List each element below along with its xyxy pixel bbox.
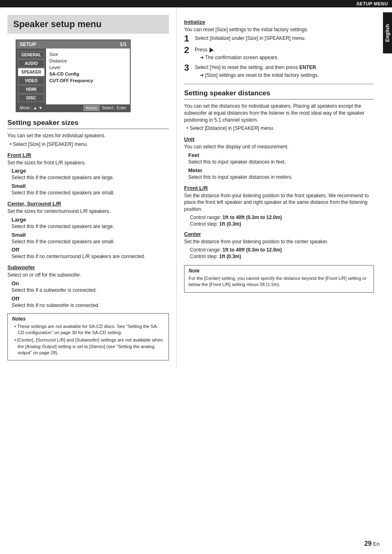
sidebar-general[interactable]: GENERAL: [18, 51, 44, 59]
center-step: Control step: 1ft (0.3m): [184, 254, 374, 259]
step-1-number: 1: [184, 34, 195, 43]
note-title: Note: [189, 268, 369, 274]
dist-front-step: Control step: 1ft (0.3m): [184, 221, 374, 227]
step-1-content: Select [Initialize] under [Size] in [SPE…: [195, 35, 374, 42]
sw-on-label: On: [7, 280, 169, 286]
setup-header-label: SETUP: [20, 42, 36, 47]
center-range: Control range: 1ft to 40ft (0.3m to 12.0…: [184, 247, 374, 253]
play-icon: [210, 48, 214, 53]
setup-body: GENERAL AUDIO SPEAKER VIDEO HDMI DISC Si…: [16, 48, 130, 104]
step-1-text: Select [Initialize] under [Size] in [SPE…: [195, 35, 306, 41]
meter-desc: Select this to input speaker distances i…: [184, 174, 374, 181]
step-2: 2 Press . The confirmation screen appear…: [184, 46, 374, 61]
step-3-number: 3: [184, 63, 195, 72]
section-divider: [184, 84, 374, 84]
initialize-title: Initialize: [184, 19, 374, 25]
sw-off-desc: Select this if no subwoofer is connected…: [7, 302, 169, 309]
section1-intro: You can set the sizes for individual spe…: [7, 132, 169, 139]
cs-small-desc: Select this if the connected speakers ar…: [7, 238, 169, 245]
step-3-text: Select [Yes] to reset the setting, and t…: [195, 65, 298, 70]
dist-front-desc: Set the distance from your listening pos…: [184, 192, 374, 213]
small-label: Small: [7, 183, 169, 189]
sw-off-label: Off: [7, 295, 169, 302]
footer-move: Move : ▲ ▼: [20, 106, 42, 110]
sw-on-desc: Select this if a subwoofer is connected.: [7, 287, 169, 294]
menu-size[interactable]: Size: [49, 51, 127, 58]
step-2-content: Press . The confirmation screen appears.: [195, 46, 374, 61]
large-desc: Select this if the connected speakers ar…: [7, 174, 169, 181]
unit-title: Unit: [184, 136, 374, 142]
setup-footer: Move : ▲ ▼ Return Select : Enter: [16, 104, 130, 111]
initialize-intro: You can reset [Size] settings to the ini…: [184, 26, 374, 33]
setup-ui: SETUP 1/1 GENERAL AUDIO SPEAKER VIDEO HD…: [16, 39, 131, 112]
note-1: These settings are not available for SA-…: [12, 323, 164, 336]
feet-label: Feet: [184, 152, 374, 158]
subwoofer-desc: Select on or off for the subwoofer.: [7, 272, 169, 279]
notes-box: Notes These settings are not available f…: [7, 313, 169, 360]
dist-front-title: Front L/R: [184, 185, 374, 191]
menu-level[interactable]: Level: [49, 64, 127, 71]
cs-large-label: Large: [7, 217, 169, 223]
center-surround-desc: Set the sizes for center/surround L/R sp…: [7, 208, 169, 215]
section2-title: Setting speaker distances: [184, 89, 374, 99]
footer-select-label: Select :: [102, 106, 115, 110]
footer-controls: Return Select : Enter: [82, 106, 127, 110]
front-lr-title: Front L/R: [7, 152, 169, 158]
cs-off-desc: Select this if no center/surround L/R sp…: [7, 253, 169, 260]
section1-bullet: Select [Size] in [SPEAKER] menu.: [7, 141, 169, 148]
setup-menu-items: Size Distance Level SA-CD Config CUT-OFF…: [46, 48, 130, 104]
page-number: 29 En: [364, 540, 380, 547]
sidebar-disc[interactable]: DISC: [18, 94, 44, 102]
sidebar-video[interactable]: VIDEO: [18, 77, 44, 85]
menu-sacd[interactable]: SA-CD Config: [49, 71, 127, 77]
center-surround-title: Center, Surround L/R: [7, 201, 169, 207]
dist-front-range: Control range: 1ft to 40ft (0.3m to 12.0…: [184, 215, 374, 220]
footer-enter-label: Enter: [117, 106, 127, 110]
language-tab: English: [383, 12, 392, 53]
step-3: 3 Select [Yes] to reset the setting, and…: [184, 64, 374, 79]
left-column: Speaker setup menu SETUP 1/1 GENERAL AUD…: [0, 7, 177, 368]
notes-title: Notes: [12, 316, 164, 322]
step-3-content: Select [Yes] to reset the setting, and t…: [195, 64, 374, 79]
section2-intro: You can set the distances for individual…: [184, 103, 374, 123]
cs-off-label: Off: [7, 247, 169, 253]
sidebar-speaker[interactable]: SPEAKER: [18, 68, 44, 76]
meter-label: Meter: [184, 167, 374, 173]
return-button[interactable]: Return: [83, 105, 99, 111]
note-box: Note For the [Center] setting, you canno…: [184, 265, 374, 293]
setup-sidebar: GENERAL AUDIO SPEAKER VIDEO HDMI DISC: [16, 48, 46, 104]
top-bar-label: SETUP MENU: [356, 1, 388, 6]
setup-header: SETUP 1/1: [16, 40, 130, 48]
small-desc: Select this if the connected speakers ar…: [7, 189, 169, 196]
step-1: 1 Select [Initialize] under [Size] in [S…: [184, 35, 374, 43]
page-title: Speaker setup menu: [7, 15, 169, 34]
cs-small-label: Small: [7, 232, 169, 238]
section1-title: Setting speaker sizes: [7, 119, 169, 129]
feet-desc: Select this to input speaker distances i…: [184, 159, 374, 166]
step-2-arrow: The confirmation screen appears.: [195, 54, 374, 61]
front-lr-desc: Set the sizes for front L/R speakers.: [7, 159, 169, 166]
right-column: Initialize You can reset [Size] settings…: [177, 7, 382, 368]
note-2: [Center], [Surround L/R] and [Subwoofer]…: [12, 337, 164, 356]
top-bar: SETUP MENU: [0, 0, 392, 7]
step-3-period: .: [316, 65, 317, 70]
large-label: Large: [7, 168, 169, 174]
sidebar-audio[interactable]: AUDIO: [18, 60, 44, 67]
setup-page-indicator: 1/1: [120, 42, 127, 47]
cs-large-desc: Select this if the connected speakers ar…: [7, 223, 169, 230]
menu-distance[interactable]: Distance: [49, 58, 127, 64]
step-3-arrow: [Size] settings are reset to the initial…: [195, 72, 374, 79]
center-dist-desc: Set the distance from your listening pos…: [184, 238, 374, 245]
section2-bullet: Select [Distance] in [SPEAKER] menu.: [184, 125, 374, 132]
step-3-bold: ENTER: [299, 65, 316, 70]
menu-cutoff[interactable]: CUT-OFF Frequency: [49, 77, 127, 84]
sidebar-hdmi[interactable]: HDMI: [18, 85, 44, 93]
subwoofer-title: Subwoofer: [7, 264, 169, 270]
unit-desc: You can select the display unit of measu…: [184, 143, 374, 150]
center-dist-title: Center: [184, 231, 374, 237]
step-2-text: Press: [195, 47, 208, 53]
step-2-number: 2: [184, 46, 195, 55]
note-text: For the [Center] setting, you cannot spe…: [189, 275, 369, 288]
